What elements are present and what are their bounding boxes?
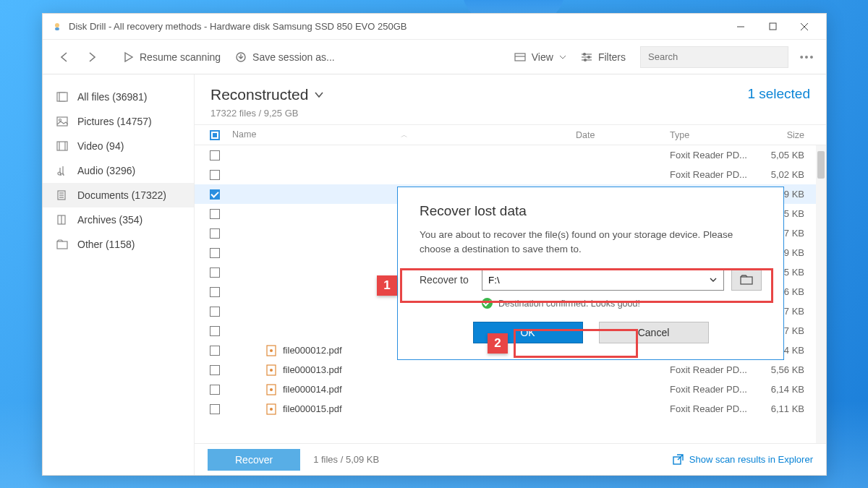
annotation-callout-2: 2 bbox=[488, 333, 508, 354]
file-size: 6,14 KB bbox=[751, 384, 816, 395]
browse-folder-button[interactable] bbox=[731, 269, 762, 291]
scrollbar-thumb[interactable] bbox=[817, 151, 825, 179]
cancel-button[interactable]: Cancel bbox=[599, 322, 709, 343]
svg-point-0 bbox=[55, 23, 59, 27]
row-checkbox[interactable] bbox=[210, 307, 220, 317]
row-checkbox[interactable] bbox=[210, 326, 220, 336]
sidebar-item-other[interactable]: Other (1158) bbox=[43, 232, 194, 257]
svg-point-39 bbox=[270, 408, 273, 411]
table-row[interactable]: Foxit Reader PD...5,05 KB bbox=[195, 145, 826, 165]
svg-rect-3 bbox=[770, 23, 776, 30]
back-button[interactable] bbox=[51, 47, 79, 67]
svg-point-13 bbox=[583, 53, 585, 55]
sidebar-item-video[interactable]: Video (94) bbox=[43, 134, 194, 158]
window-title: Disk Drill - All recovery methods - Hard… bbox=[69, 21, 407, 32]
more-menu-button[interactable]: ••• bbox=[797, 51, 817, 63]
filters-button[interactable]: Filters bbox=[574, 47, 633, 67]
bottom-bar: Recover 1 files / 5,09 KB Show scan resu… bbox=[195, 443, 826, 475]
row-checkbox[interactable] bbox=[210, 365, 220, 375]
svg-rect-18 bbox=[57, 117, 67, 126]
row-checkbox[interactable] bbox=[210, 287, 220, 297]
app-icon bbox=[51, 21, 63, 33]
chevron-down-icon bbox=[314, 90, 324, 99]
selection-summary: 1 files / 5,09 KB bbox=[313, 454, 379, 465]
close-button[interactable] bbox=[788, 15, 820, 38]
row-checkbox[interactable] bbox=[210, 189, 220, 200]
row-checkbox[interactable] bbox=[210, 267, 220, 278]
file-name: file000013.pdf bbox=[283, 364, 576, 375]
sidebar-item-archives[interactable]: Archives (354) bbox=[43, 207, 194, 232]
other-icon bbox=[56, 239, 69, 250]
row-checkbox[interactable] bbox=[210, 404, 220, 414]
row-checkbox[interactable] bbox=[210, 170, 220, 180]
col-size[interactable]: Size bbox=[751, 130, 816, 140]
main-panel: Reconstructed 17322 files / 9,25 GB 1 se… bbox=[195, 74, 826, 475]
minimize-button[interactable] bbox=[725, 15, 757, 38]
row-checkbox[interactable] bbox=[210, 209, 220, 219]
destination-select[interactable]: F:\ bbox=[482, 269, 724, 291]
sidebar-item-all-files[interactable]: All files (36981) bbox=[43, 85, 194, 109]
save-session-button[interactable]: Save session as... bbox=[228, 47, 342, 67]
table-header: Name︿ Date Type Size bbox=[195, 124, 826, 145]
file-type: Foxit Reader PD... bbox=[670, 169, 751, 180]
row-checkbox[interactable] bbox=[210, 346, 220, 356]
dialog-title: Recover lost data bbox=[420, 203, 762, 219]
svg-point-19 bbox=[59, 119, 61, 121]
documents-icon bbox=[56, 189, 69, 201]
sidebar-item-documents[interactable]: Documents (17322) bbox=[43, 183, 194, 207]
row-checkbox[interactable] bbox=[210, 150, 220, 160]
destination-confirm: Destination confirmed. Looks good! bbox=[482, 298, 762, 309]
toolbar: Resume scanning Save session as... View … bbox=[43, 40, 826, 74]
section-subtitle: 17322 files / 9,25 GB bbox=[210, 108, 324, 119]
svg-rect-17 bbox=[59, 93, 67, 101]
chevron-down-icon bbox=[559, 54, 566, 60]
pdf-file-icon bbox=[265, 345, 277, 356]
selected-count: 1 selected bbox=[747, 86, 810, 102]
file-type: Foxit Reader PD... bbox=[670, 384, 751, 395]
row-checkbox[interactable] bbox=[210, 385, 220, 395]
col-name[interactable]: Name︿ bbox=[225, 129, 576, 140]
folder-icon bbox=[740, 275, 753, 285]
table-row[interactable]: file000013.pdfFoxit Reader PD...5,56 KB bbox=[195, 360, 826, 380]
scrollbar[interactable] bbox=[816, 145, 826, 443]
maximize-button[interactable] bbox=[757, 15, 788, 38]
table-row[interactable]: file000014.pdfFoxit Reader PD...6,14 KB bbox=[195, 380, 826, 399]
table-row[interactable]: Foxit Reader PD...5,02 KB bbox=[195, 165, 826, 184]
svg-point-15 bbox=[584, 59, 586, 61]
files-icon bbox=[56, 91, 69, 103]
forward-button[interactable] bbox=[79, 47, 106, 67]
archives-icon bbox=[56, 214, 69, 226]
svg-rect-8 bbox=[515, 53, 525, 61]
recover-button[interactable]: Recover bbox=[208, 449, 300, 471]
search-input[interactable] bbox=[640, 46, 788, 68]
recover-dialog: Recover lost data You are about to recov… bbox=[397, 187, 784, 360]
pdf-file-icon bbox=[265, 403, 277, 415]
sidebar-item-audio[interactable]: Audio (3296) bbox=[43, 158, 194, 183]
row-checkbox[interactable] bbox=[210, 228, 220, 239]
external-link-icon bbox=[673, 454, 684, 465]
view-dropdown[interactable]: View bbox=[507, 47, 574, 67]
table-row[interactable]: file000015.pdfFoxit Reader PD...6,11 KB bbox=[195, 399, 826, 419]
pdf-file-icon bbox=[265, 364, 277, 376]
show-in-explorer-link[interactable]: Show scan results in Explorer bbox=[673, 454, 813, 465]
dialog-body: You are about to recover the file(s) fou… bbox=[420, 228, 762, 256]
col-date[interactable]: Date bbox=[576, 130, 670, 140]
file-type: Foxit Reader PD... bbox=[670, 150, 751, 160]
svg-rect-20 bbox=[57, 142, 67, 150]
section-heading[interactable]: Reconstructed bbox=[210, 86, 324, 103]
file-size: 5,05 KB bbox=[751, 150, 816, 160]
svg-rect-1 bbox=[55, 27, 59, 30]
file-name: file000014.pdf bbox=[283, 384, 576, 395]
chevron-down-icon bbox=[709, 276, 718, 283]
file-type: Foxit Reader PD... bbox=[670, 403, 751, 414]
resume-scanning-button[interactable]: Resume scanning bbox=[115, 47, 228, 67]
sidebar-item-pictures[interactable]: Pictures (14757) bbox=[43, 109, 194, 134]
col-type[interactable]: Type bbox=[670, 130, 751, 140]
sort-indicator-icon: ︿ bbox=[401, 130, 408, 140]
select-all-checkbox[interactable] bbox=[210, 130, 220, 140]
video-icon bbox=[56, 140, 69, 152]
pdf-file-icon bbox=[265, 384, 277, 395]
row-checkbox[interactable] bbox=[210, 248, 220, 258]
file-name: file000015.pdf bbox=[283, 403, 576, 414]
app-window: Disk Drill - All recovery methods - Hard… bbox=[42, 13, 827, 476]
